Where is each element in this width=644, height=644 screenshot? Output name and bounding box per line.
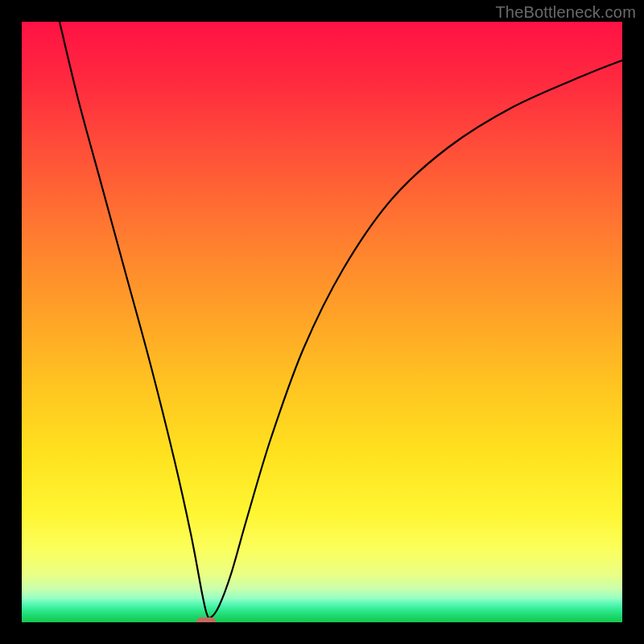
- chart-frame: TheBottleneck.com: [0, 0, 644, 644]
- optimal-marker: [196, 617, 216, 622]
- watermark-text: TheBottleneck.com: [495, 3, 636, 22]
- bottleneck-curve: [22, 22, 622, 622]
- plot-area: [22, 22, 622, 622]
